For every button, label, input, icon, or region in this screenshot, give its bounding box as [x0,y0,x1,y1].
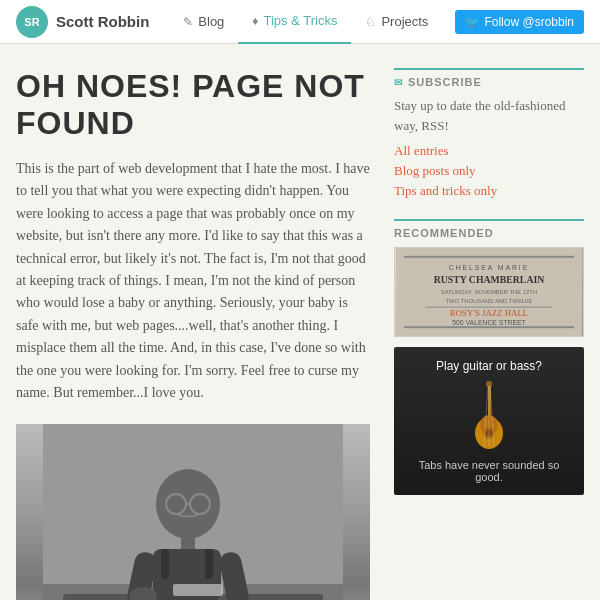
svg-rect-17 [404,326,574,328]
svg-text:CHELSEA MARIE: CHELSEA MARIE [449,264,529,271]
svg-rect-12 [161,549,169,579]
guitar-ad[interactable]: Play guitar or bass? [394,347,584,495]
subscribe-description: Stay up to date the old-fashioned way, R… [394,96,584,135]
recommended-image-overlay: CHELSEA MARIE RUSTY CHAMBERLAIN SATURDAY… [395,248,583,336]
projects-icon: ♘ [365,15,376,29]
child-image-svg [43,424,343,600]
image-placeholder [16,424,370,600]
nav-projects[interactable]: ♘ Projects [351,0,442,44]
page-title: OH NOES! PAGE NOT FOUND [16,68,370,142]
nav-blog[interactable]: ✎ Blog [169,0,238,44]
logo-circle: SR [16,6,48,38]
twitter-icon: 🐦 [465,15,480,29]
svg-text:RUSTY CHAMBERLAIN: RUSTY CHAMBERLAIN [434,274,545,285]
recommended-title: RECOMMENDED [394,219,584,239]
svg-text:SATURDAY, NOVEMBER THE 12TH: SATURDAY, NOVEMBER THE 12TH [441,289,537,295]
svg-rect-13 [205,549,213,579]
content-area: OH NOES! PAGE NOT FOUND This is the part… [16,68,370,600]
svg-text:500 VALENCE STREET: 500 VALENCE STREET [452,319,526,326]
svg-rect-14 [173,584,223,596]
subscribe-tips-link[interactable]: Tips and tricks only [394,183,584,199]
tips-icon: ♦ [252,14,258,28]
svg-text:ROSY'S JAZZ HALL: ROSY'S JAZZ HALL [450,308,528,318]
recommended-image[interactable]: CHELSEA MARIE RUSTY CHAMBERLAIN SATURDAY… [394,247,584,337]
subscribe-title: ✉ SUBSCRIBE [394,68,584,88]
subscribe-all-link[interactable]: All entries [394,143,584,159]
guitar-icon [464,381,514,451]
blog-icon: ✎ [183,15,193,29]
sidebar: ✉ SUBSCRIBE Stay up to date the old-fash… [394,68,584,600]
logo-area[interactable]: SR Scott Robbin [16,6,149,38]
404-image [16,424,370,600]
subscribe-blog-link[interactable]: Blog posts only [394,163,584,179]
guitar-ad-subtitle: Tabs have never sounded so good. [406,459,572,483]
poster-svg: CHELSEA MARIE RUSTY CHAMBERLAIN SATURDAY… [394,248,584,336]
main-nav: ✎ Blog ♦ Tips & Tricks ♘ Projects [169,0,455,44]
follow-label: Follow @srobbin [484,15,574,29]
page-body-text: This is the part of web development that… [16,158,370,404]
site-name: Scott Robbin [56,13,149,30]
nav-tips-label: Tips & Tricks [263,13,337,28]
recommended-section: RECOMMENDED CHELSEA MARIE RUSTY CHAMBERL… [394,219,584,495]
svg-rect-16 [404,256,574,258]
svg-text:TWO THOUSAND AND TWELVE: TWO THOUSAND AND TWELVE [446,298,533,304]
subscribe-icon: ✉ [394,77,403,88]
nav-blog-label: Blog [198,14,224,29]
main-wrapper: OH NOES! PAGE NOT FOUND This is the part… [0,44,600,600]
nav-tips[interactable]: ♦ Tips & Tricks [238,0,351,44]
nav-projects-label: Projects [381,14,428,29]
site-header: SR Scott Robbin ✎ Blog ♦ Tips & Tricks ♘… [0,0,600,44]
guitar-ad-title: Play guitar or bass? [406,359,572,373]
follow-button[interactable]: 🐦 Follow @srobbin [455,10,584,34]
subscribe-section: ✉ SUBSCRIBE Stay up to date the old-fash… [394,68,584,199]
guitar-icon-wrapper [406,381,572,451]
